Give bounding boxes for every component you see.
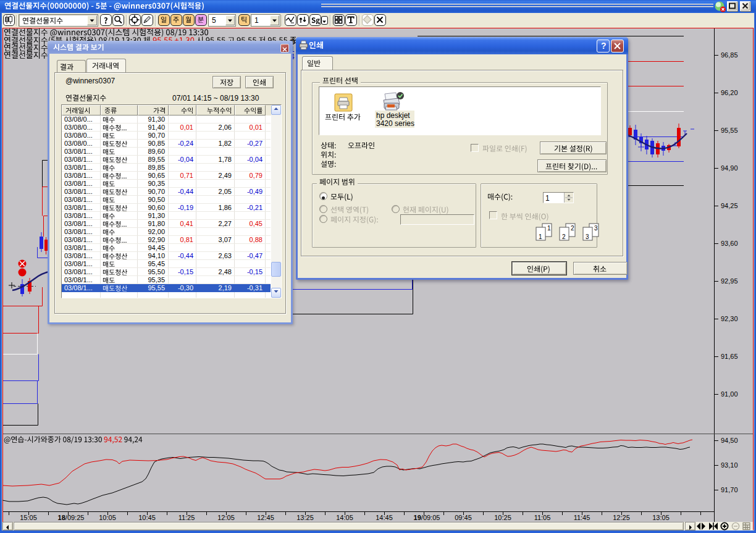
svg-text:2: 2: [571, 225, 574, 232]
svg-text:3: 3: [594, 225, 598, 232]
svg-text:2: 2: [562, 233, 566, 240]
svg-text:1: 1: [539, 233, 542, 240]
svg-text:1: 1: [547, 225, 551, 232]
svg-text:3: 3: [586, 233, 589, 240]
